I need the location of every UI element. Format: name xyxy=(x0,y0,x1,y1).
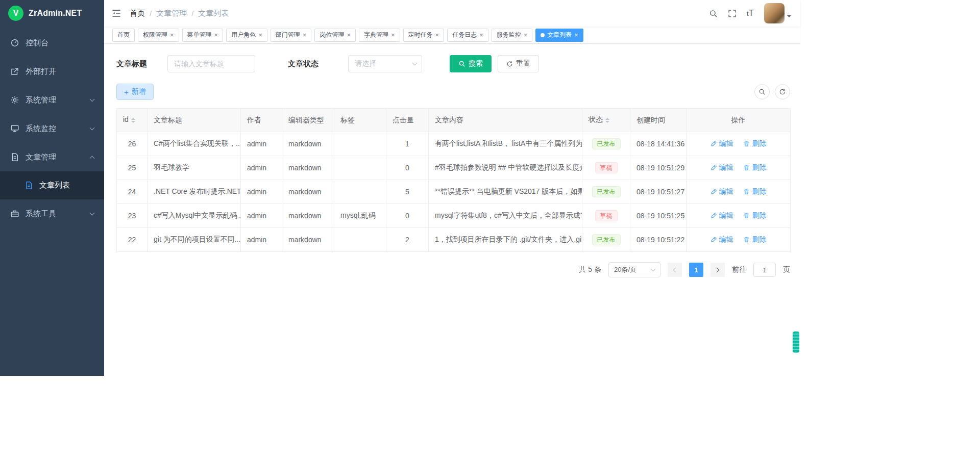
sidebar-item-label: 系统监控 xyxy=(26,124,56,134)
pagination: 共 5 条 20条/页 1 前往 页 xyxy=(116,262,790,277)
sidebar: V ZrAdmin.NET 控制台 外部打开 系统管理 系统监控 xyxy=(0,0,104,376)
chevron-right-icon xyxy=(715,267,720,272)
page-content: 文章标题 文章状态 请选择 搜索 重置 + xyxy=(104,44,800,376)
breadcrumb-separator: / xyxy=(191,9,193,18)
delete-button[interactable]: 删除 xyxy=(743,235,766,244)
goto-page-input[interactable] xyxy=(753,263,776,277)
edit-button[interactable]: 编辑 xyxy=(710,187,733,196)
reset-button[interactable]: 重置 xyxy=(498,55,539,72)
close-icon[interactable]: × xyxy=(435,32,439,38)
toolbar-right xyxy=(754,84,790,99)
delete-button[interactable]: 删除 xyxy=(743,163,766,172)
table-row: 26 C#两个list集合实现关联，... admin markdown 1 有… xyxy=(117,132,791,156)
breadcrumb-separator: / xyxy=(150,9,152,18)
tab-dict-management[interactable]: 字典管理× xyxy=(359,29,400,42)
close-icon[interactable]: × xyxy=(479,32,483,38)
toolbox-icon xyxy=(10,209,19,218)
sidebar-item-article-list[interactable]: 文章列表 xyxy=(0,171,104,199)
table-row: 25 羽毛球教学 admin markdown 0 #羽毛球拍参数说明 ## 中… xyxy=(117,156,791,180)
close-icon[interactable]: × xyxy=(347,32,351,38)
page-size-select[interactable]: 20条/页 xyxy=(608,262,660,277)
refresh-icon xyxy=(506,61,513,67)
sidebar-item-label: 系统管理 xyxy=(26,95,56,105)
delete-button[interactable]: 删除 xyxy=(743,187,766,196)
sidebar-item-label: 控制台 xyxy=(26,38,48,48)
sort-icon[interactable] xyxy=(605,116,609,125)
close-icon[interactable]: × xyxy=(258,32,262,38)
user-menu[interactable] xyxy=(764,3,791,23)
edit-button[interactable]: 编辑 xyxy=(710,139,733,148)
article-title-input[interactable] xyxy=(167,55,255,72)
breadcrumb-home[interactable]: 首页 xyxy=(130,9,145,18)
breadcrumb-section[interactable]: 文章管理 xyxy=(156,9,187,18)
edit-button[interactable]: 编辑 xyxy=(710,163,733,172)
app-window: V ZrAdmin.NET 控制台 外部打开 系统管理 系统监控 xyxy=(0,0,800,376)
sidebar-collapse-icon[interactable] xyxy=(111,8,121,18)
tab-permission-management[interactable]: 权限管理× xyxy=(138,29,179,42)
tab-post-management[interactable]: 岗位管理× xyxy=(314,29,356,42)
close-icon[interactable]: × xyxy=(170,32,174,38)
trash-icon xyxy=(743,164,750,171)
sidebar-item-label: 文章列表 xyxy=(39,181,70,190)
tab-home[interactable]: 首页 xyxy=(112,29,135,42)
sidebar-menu: 控制台 外部打开 系统管理 系统监控 文章管理 xyxy=(0,29,104,228)
sidebar-item-external-open[interactable]: 外部打开 xyxy=(0,57,104,86)
monitor-icon xyxy=(10,124,19,133)
close-icon[interactable]: × xyxy=(214,32,218,38)
column-header-id[interactable]: id xyxy=(117,109,148,132)
sidebar-item-dashboard[interactable]: 控制台 xyxy=(0,29,104,57)
table-row: 22 git 为不同的项目设置不同... admin markdown 2 1，… xyxy=(117,228,791,252)
pencil-icon xyxy=(710,164,717,171)
plus-icon: + xyxy=(124,88,129,96)
search-icon[interactable] xyxy=(709,9,718,18)
delete-button[interactable]: 删除 xyxy=(743,139,766,148)
articles-table: id 文章标题 作者 编辑器类型 标签 点击量 文章内容 状态 创建时间 操作 xyxy=(116,108,791,252)
tab-task-logs[interactable]: 任务日志× xyxy=(447,29,488,42)
article-status-select[interactable]: 请选择 xyxy=(348,55,422,72)
column-header-created: 创建时间 xyxy=(630,109,687,132)
avatar[interactable] xyxy=(764,3,785,23)
sidebar-item-system-tools[interactable]: 系统工具 xyxy=(0,199,104,228)
filter-bar: 文章标题 文章状态 请选择 搜索 重置 xyxy=(116,55,790,72)
sidebar-item-system-management[interactable]: 系统管理 xyxy=(0,86,104,114)
tab-user-role[interactable]: 用户角色× xyxy=(226,29,267,42)
tab-scheduled-tasks[interactable]: 定时任务× xyxy=(403,29,445,42)
page-number-button[interactable]: 1 xyxy=(689,263,703,277)
chevron-down-icon xyxy=(412,61,418,66)
column-header-tags: 标签 xyxy=(334,109,386,132)
search-button[interactable]: 搜索 xyxy=(450,55,492,72)
next-page-button[interactable] xyxy=(710,263,725,277)
app-logo[interactable]: V ZrAdmin.NET xyxy=(0,0,104,27)
sort-icon[interactable] xyxy=(131,116,135,125)
trash-icon xyxy=(743,140,750,147)
status-badge: 已发布 xyxy=(592,186,621,197)
edit-button[interactable]: 编辑 xyxy=(710,235,733,244)
tab-menu-management[interactable]: 菜单管理× xyxy=(182,29,224,42)
close-icon[interactable]: × xyxy=(524,32,528,38)
column-header-status[interactable]: 状态 xyxy=(582,109,630,132)
close-icon[interactable]: × xyxy=(574,32,578,38)
prev-page-button[interactable] xyxy=(668,263,682,277)
sidebar-item-system-monitor[interactable]: 系统监控 xyxy=(0,114,104,143)
add-button[interactable]: + 新增 xyxy=(116,84,154,100)
pencil-icon xyxy=(710,212,717,219)
close-icon[interactable]: × xyxy=(303,32,307,38)
chevron-down-icon xyxy=(90,97,95,102)
fullscreen-icon[interactable] xyxy=(728,9,737,18)
tab-department-management[interactable]: 部门管理× xyxy=(271,29,312,42)
top-navbar: 首页 / 文章管理 / 文章列表 tT xyxy=(104,0,800,27)
refresh-table-button[interactable] xyxy=(775,84,790,99)
edit-button[interactable]: 编辑 xyxy=(710,211,733,220)
sidebar-item-article-management[interactable]: 文章管理 xyxy=(0,143,104,171)
delete-button[interactable]: 删除 xyxy=(743,211,766,220)
refresh-icon xyxy=(779,88,786,95)
active-dot-icon xyxy=(541,33,545,37)
close-icon[interactable]: × xyxy=(391,32,395,38)
font-size-icon[interactable]: tT xyxy=(747,8,754,18)
scroll-indicator[interactable] xyxy=(793,331,799,353)
column-header-content: 文章内容 xyxy=(429,109,582,132)
toggle-search-button[interactable] xyxy=(754,84,770,99)
tab-service-monitor[interactable]: 服务监控× xyxy=(492,29,533,42)
tab-article-list[interactable]: 文章列表× xyxy=(535,29,583,42)
logo-icon: V xyxy=(8,6,23,21)
